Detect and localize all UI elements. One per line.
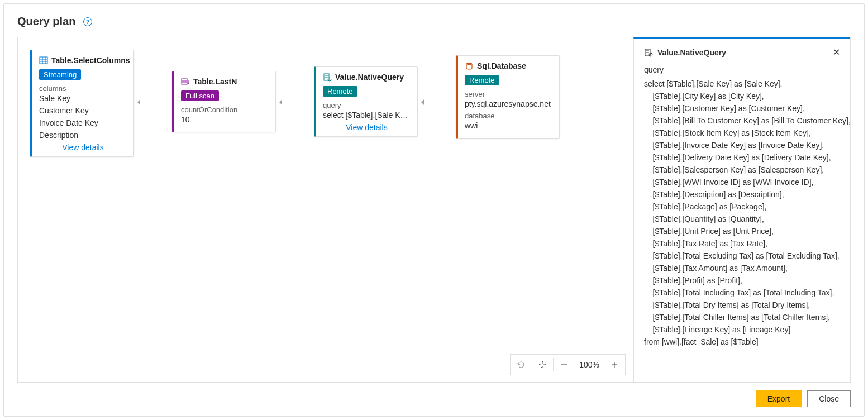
lastn-icon — [181, 77, 190, 86]
node-select-columns[interactable]: Table.SelectColumns Streaming columns Sa… — [30, 50, 134, 157]
dialog-header: Query plan ? — [17, 15, 851, 28]
node-last-n[interactable]: Table.LastN Full scan countOrCondition 1… — [172, 71, 276, 132]
details-panel: Value.NativeQuery ✕ query select [$Table… — [633, 37, 850, 382]
field-label: columns — [39, 84, 127, 93]
panel-title: Value.NativeQuery — [657, 48, 726, 57]
node-title: Table.LastN — [193, 77, 237, 86]
remote-badge: Remote — [323, 86, 357, 97]
fullscan-badge: Full scan — [181, 90, 219, 101]
zoom-in-button[interactable] — [604, 355, 625, 375]
svg-point-14 — [466, 63, 472, 65]
nativequery-icon — [644, 48, 653, 57]
dialog-footer: Export Close — [17, 383, 851, 407]
export-button[interactable]: Export — [756, 390, 802, 407]
field-value: Customer Key — [39, 106, 127, 115]
node-sql-database[interactable]: Sql.Database Remote server pty.sql.azure… — [456, 55, 560, 139]
arrow — [419, 102, 455, 102]
close-panel-button[interactable]: ✕ — [833, 47, 840, 58]
main-area: Table.SelectColumns Streaming columns Sa… — [17, 37, 851, 383]
zoom-out-button[interactable] — [554, 355, 575, 375]
svg-line-13 — [330, 80, 330, 80]
field-value: Description — [39, 131, 127, 140]
zoom-level: 100% — [575, 360, 604, 369]
arrow — [135, 102, 171, 102]
field-label: countOrCondition — [181, 106, 269, 114]
field-value: wwi — [465, 121, 552, 130]
view-details-link[interactable]: View details — [39, 143, 127, 152]
help-icon[interactable]: ? — [83, 17, 92, 26]
close-button[interactable]: Close — [807, 390, 851, 407]
nativequery-icon — [323, 73, 332, 82]
field-value: 10 — [181, 115, 269, 124]
reset-view-button[interactable] — [511, 355, 532, 375]
field-value: Sale Key — [39, 94, 127, 103]
database-icon — [465, 61, 474, 70]
svg-rect-5 — [182, 79, 187, 84]
streaming-badge: Streaming — [39, 69, 81, 80]
query-plan-dialog: Query plan ? Table.SelectColumns Streami… — [3, 3, 865, 417]
view-details-link[interactable]: View details — [323, 123, 411, 132]
node-title: Value.NativeQuery — [335, 73, 404, 82]
field-label: server — [465, 90, 552, 98]
svg-rect-0 — [40, 57, 47, 64]
fit-view-button[interactable] — [532, 355, 553, 375]
field-value: pty.sql.azuresynapse.net — [465, 99, 552, 108]
svg-line-23 — [651, 55, 651, 55]
zoom-toolbar: 100% — [510, 354, 626, 375]
page-title: Query plan — [17, 15, 75, 28]
sql-text: select [$Table].[Sale Key] as [Sale Key]… — [644, 78, 840, 348]
remote-badge: Remote — [465, 75, 499, 85]
panel-field-label: query — [644, 65, 840, 74]
diagram-canvas[interactable]: Table.SelectColumns Streaming columns Sa… — [18, 37, 633, 382]
node-native-query[interactable]: Value.NativeQuery Remote query select [$… — [314, 66, 418, 137]
field-value: select [$Table].[Sale Ke… — [323, 111, 411, 120]
node-title: Sql.Database — [477, 61, 526, 70]
arrow — [277, 102, 313, 102]
node-title: Table.SelectColumns — [51, 56, 130, 65]
field-value: Invoice Date Key — [39, 118, 127, 127]
field-label: query — [323, 101, 411, 109]
field-label: database — [465, 112, 552, 120]
table-icon — [39, 56, 48, 65]
